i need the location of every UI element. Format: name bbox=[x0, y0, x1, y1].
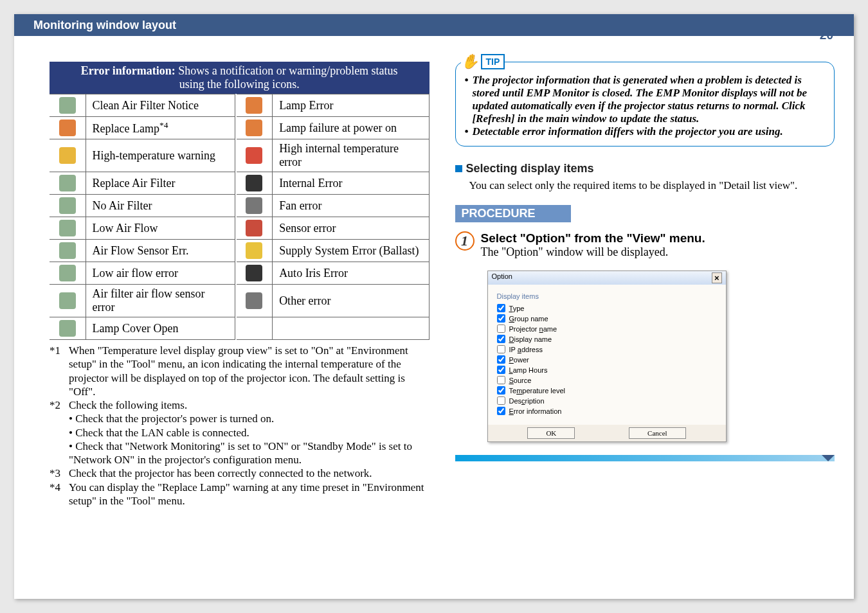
error-icon bbox=[59, 220, 76, 236]
error-label: Air Flow Sensor Err. bbox=[86, 240, 235, 262]
error-info-heading: Error information: Shows a notification … bbox=[50, 62, 429, 94]
option-checkbox[interactable] bbox=[497, 366, 505, 374]
option-checkbox[interactable] bbox=[497, 386, 505, 395]
error-label: Other error bbox=[273, 285, 429, 317]
tip-label: TIP bbox=[481, 54, 505, 69]
error-icon bbox=[59, 97, 76, 114]
option-item[interactable]: Type bbox=[497, 304, 717, 312]
option-item[interactable]: Lamp Hours bbox=[497, 366, 717, 374]
error-icon bbox=[59, 292, 76, 309]
option-item[interactable]: IP address bbox=[497, 345, 717, 353]
option-label: Temperature level bbox=[509, 387, 565, 395]
option-checkbox[interactable] bbox=[497, 304, 505, 312]
option-heading: Display items bbox=[497, 292, 717, 300]
error-label: Lamp Error bbox=[273, 94, 429, 117]
error-label: Internal Error bbox=[273, 172, 429, 195]
tip-panel: ✋ TIP The projector information that is … bbox=[455, 62, 835, 147]
square-bullet-icon bbox=[455, 165, 462, 172]
step-1: 1 Select "Option" from the "View" menu. … bbox=[455, 231, 835, 259]
error-label: Air filter air flow sensor error bbox=[86, 285, 235, 317]
option-checkbox[interactable] bbox=[497, 345, 505, 353]
option-label: Type bbox=[509, 305, 525, 312]
option-label: Projector name bbox=[509, 325, 557, 333]
bottom-rule bbox=[455, 455, 835, 461]
option-checkbox[interactable] bbox=[497, 314, 505, 323]
option-item[interactable]: Display name bbox=[497, 335, 717, 343]
option-checkbox[interactable] bbox=[497, 355, 505, 364]
option-checkbox[interactable] bbox=[497, 407, 505, 415]
option-label: Display name bbox=[509, 335, 552, 343]
option-item[interactable]: Source bbox=[497, 376, 717, 384]
section-body: You can select only the required items t… bbox=[469, 179, 835, 192]
error-label: Lamp Cover Open bbox=[86, 317, 235, 340]
option-label: Lamp Hours bbox=[509, 366, 548, 374]
page: Monitoring window layout 20 Error inform… bbox=[14, 14, 854, 599]
error-label: High-temperature warning bbox=[86, 139, 235, 172]
procedure-label: PROCEDURE bbox=[455, 205, 571, 222]
tip-icon: ✋ bbox=[461, 53, 478, 70]
error-label: Fan error bbox=[273, 195, 429, 217]
error-label: Auto Iris Error bbox=[273, 262, 429, 285]
error-label: Replace Air Filter bbox=[86, 172, 235, 195]
error-icon bbox=[59, 242, 76, 259]
option-checkbox[interactable] bbox=[497, 335, 505, 343]
option-item[interactable]: Error information bbox=[497, 407, 717, 415]
error-icon bbox=[59, 265, 76, 281]
option-item[interactable]: Group name bbox=[497, 314, 717, 323]
step-subtitle: The "Option" window will be displayed. bbox=[481, 245, 705, 259]
page-number: 20 bbox=[820, 28, 833, 42]
error-label: No Air Filter bbox=[86, 195, 235, 217]
footnotes: *1When "Temperature level display group … bbox=[50, 344, 429, 508]
error-label: Low Air Flow bbox=[86, 217, 235, 240]
option-label: Group name bbox=[509, 315, 548, 323]
close-icon[interactable]: × bbox=[712, 272, 722, 283]
error-label: Clean Air Filter Notice bbox=[86, 94, 235, 117]
option-title: Option bbox=[492, 272, 512, 283]
error-label: Lamp failure at power on bbox=[273, 117, 429, 139]
option-checkbox[interactable] bbox=[497, 396, 505, 405]
option-item[interactable]: Temperature level bbox=[497, 386, 717, 395]
error-info-table: Clean Air Filter NoticeLamp ErrorReplace… bbox=[50, 94, 429, 340]
option-item[interactable]: Description bbox=[497, 396, 717, 405]
option-checkbox[interactable] bbox=[497, 324, 505, 333]
error-label: High internal temperature error bbox=[273, 139, 429, 172]
option-label: Error information bbox=[509, 407, 562, 415]
step-title: Select "Option" from the "View" menu. bbox=[481, 231, 705, 245]
error-label: Low air flow error bbox=[86, 262, 235, 285]
right-column: ✋ TIP The projector information that is … bbox=[455, 62, 835, 508]
section-heading: Selecting display items bbox=[455, 162, 835, 175]
option-item[interactable]: Projector name bbox=[497, 324, 717, 333]
error-icon bbox=[59, 197, 76, 214]
option-label: Power bbox=[509, 356, 529, 364]
ok-button[interactable]: OK bbox=[527, 427, 575, 439]
error-icon bbox=[59, 147, 76, 164]
error-label: Sensor error bbox=[273, 217, 429, 240]
error-icon bbox=[59, 120, 76, 136]
option-label: Source bbox=[509, 377, 532, 384]
page-title: Monitoring window layout bbox=[14, 14, 854, 36]
left-column: Error information: Shows a notification … bbox=[50, 62, 429, 508]
step-number: 1 bbox=[455, 231, 475, 251]
option-label: Description bbox=[509, 397, 545, 405]
error-label: Replace Lamp*4 bbox=[86, 117, 235, 139]
cancel-button[interactable]: Cancel bbox=[629, 427, 686, 439]
error-icon bbox=[59, 175, 76, 191]
option-checkbox[interactable] bbox=[497, 376, 505, 384]
option-dialog: Option × Display items TypeGroup namePro… bbox=[487, 271, 727, 442]
option-titlebar: Option × bbox=[488, 271, 726, 285]
option-item[interactable]: Power bbox=[497, 355, 717, 364]
error-label bbox=[273, 317, 429, 340]
error-label: Supply System Error (Ballast) bbox=[273, 240, 429, 262]
triangle-icon bbox=[822, 455, 835, 461]
option-label: IP address bbox=[509, 346, 543, 353]
error-icon bbox=[59, 320, 76, 337]
